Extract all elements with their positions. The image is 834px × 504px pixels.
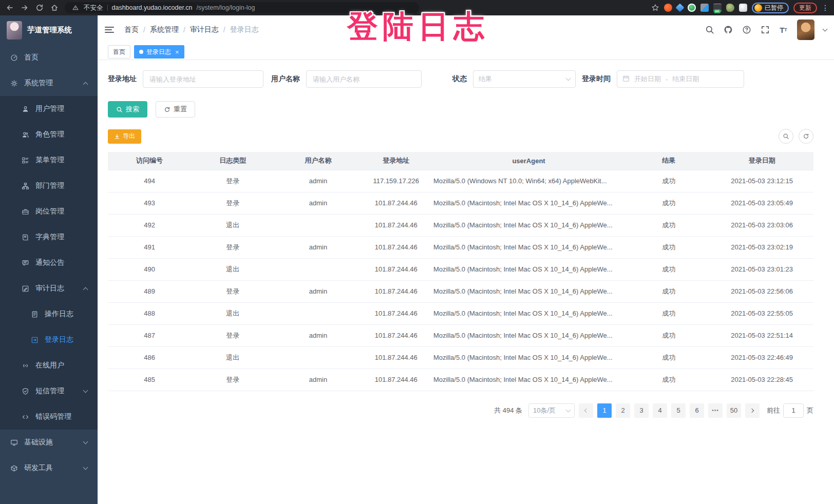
- extension-orange-icon[interactable]: [664, 4, 672, 12]
- fullscreen-icon[interactable]: [760, 25, 770, 35]
- chevron-down-icon[interactable]: [823, 26, 828, 31]
- sidebar-item-研发工具[interactable]: 研发工具: [0, 455, 98, 481]
- tab-登录日志[interactable]: 登录日志×: [134, 45, 184, 59]
- filter-address: 登录地址: [108, 70, 263, 88]
- sidebar-item-角色管理[interactable]: 角色管理: [0, 122, 98, 147]
- font-size-icon[interactable]: TT: [779, 25, 788, 35]
- table-cell: admin: [274, 236, 362, 258]
- page-button-1[interactable]: 1: [597, 403, 612, 418]
- sidebar-item-错误码管理[interactable]: 错误码管理: [0, 404, 98, 430]
- page-button-4[interactable]: 4: [653, 403, 667, 418]
- breadcrumb-item[interactable]: 审计日志: [190, 25, 219, 34]
- status-select[interactable]: 结果: [473, 70, 576, 88]
- sidebar-item-label: 短信管理: [35, 386, 64, 396]
- search-button[interactable]: 搜索: [108, 101, 147, 118]
- extension-leaf-icon[interactable]: [726, 4, 734, 12]
- reload-icon[interactable]: [35, 4, 44, 12]
- sidebar-item-用户管理[interactable]: 用户管理: [0, 96, 98, 122]
- search-icon[interactable]: [705, 25, 714, 35]
- column-header: 日志类型: [191, 152, 274, 170]
- table-row: 486退出101.87.244.46Mozilla/5.0 (Macintosh…: [108, 346, 813, 369]
- search-icon: [116, 106, 123, 113]
- page-button-3[interactable]: 3: [634, 403, 649, 418]
- close-icon[interactable]: ×: [175, 49, 179, 55]
- back-icon[interactable]: [5, 4, 14, 12]
- reset-button[interactable]: 重置: [156, 101, 195, 118]
- chevron-right-icon: [750, 408, 754, 412]
- github-icon[interactable]: [723, 25, 733, 35]
- page-button-2[interactable]: 2: [616, 403, 630, 418]
- sidebar-item-在线用户[interactable]: 在线用户: [0, 353, 98, 378]
- sidebar-item-登录日志[interactable]: 登录日志: [0, 327, 98, 353]
- column-header: 登录日期: [710, 152, 813, 170]
- help-icon[interactable]: [742, 25, 751, 35]
- sidebar-item-系统管理[interactable]: 系统管理: [0, 70, 98, 96]
- hamburger-icon[interactable]: [105, 27, 114, 33]
- content: 登录地址 用户名称 状态 结果 登: [98, 60, 834, 504]
- username-input[interactable]: [306, 70, 422, 88]
- address-input[interactable]: [143, 70, 263, 88]
- tab-首页[interactable]: 首页: [108, 45, 130, 59]
- page-button-5[interactable]: 5: [671, 403, 686, 418]
- refresh-table-button[interactable]: [799, 129, 813, 144]
- sidebar-item-岗位管理[interactable]: 岗位管理: [0, 199, 98, 224]
- table-cell: 登录: [191, 236, 274, 258]
- update-button[interactable]: 更新: [793, 3, 817, 13]
- chevron-up-icon: [83, 287, 88, 293]
- sidebar-item-label: 研发工具: [24, 463, 53, 473]
- sidebar-item-操作日志[interactable]: 操作日志: [0, 301, 98, 327]
- breadcrumb-item[interactable]: 首页: [124, 25, 139, 34]
- sidebar-logo[interactable]: 芋道管理系统: [0, 15, 98, 45]
- table-cell: 2021-05-03 23:03:06: [710, 214, 813, 236]
- user-avatar[interactable]: [797, 20, 814, 40]
- home-icon[interactable]: [50, 4, 59, 12]
- page-size-select[interactable]: 10条/页: [528, 403, 575, 418]
- briefcase-icon: [22, 208, 29, 216]
- dashboard-icon: [10, 54, 18, 62]
- next-page-button[interactable]: [745, 403, 760, 418]
- sidebar-item-字典管理[interactable]: 字典管理: [0, 224, 98, 250]
- sidebar-item-菜单管理[interactable]: 菜单管理: [0, 147, 98, 173]
- extension-on-badge: on: [714, 9, 721, 13]
- page-button-50[interactable]: 50: [727, 403, 741, 418]
- prev-page-button[interactable]: [579, 403, 593, 418]
- bookmark-star-icon[interactable]: [651, 4, 659, 12]
- chevron-down-icon: [83, 388, 88, 393]
- pagination: 共 494 条 10条/页 123456•••50 前往 页: [108, 403, 813, 418]
- sidebar-item-label: 角色管理: [35, 130, 64, 139]
- browser-menu-icon[interactable]: ⋮: [822, 4, 829, 11]
- table-cell: [274, 346, 362, 369]
- table-cell: 2021-05-03 23:05:49: [710, 192, 813, 214]
- page-button-6[interactable]: 6: [690, 403, 704, 418]
- extension-green-icon[interactable]: [688, 4, 696, 12]
- extension-puzzle-icon[interactable]: [739, 4, 747, 12]
- table-cell: 101.87.244.46: [362, 214, 430, 236]
- chevron-down-icon: [83, 465, 88, 470]
- extension-list-icon[interactable]: on: [713, 4, 722, 12]
- date-range-picker[interactable]: 开始日期 - 结束日期: [617, 70, 744, 88]
- sidebar-item-审计日志[interactable]: 审计日志: [0, 276, 98, 301]
- breadcrumb-item[interactable]: 系统管理: [150, 25, 179, 34]
- sidebar-item-短信管理[interactable]: 短信管理: [0, 378, 98, 404]
- goto-page-input[interactable]: [783, 403, 804, 418]
- warning-icon[interactable]: [71, 4, 80, 12]
- toggle-search-button[interactable]: [779, 129, 793, 144]
- pagination-ellipsis[interactable]: •••: [708, 403, 723, 418]
- extension-gem-icon[interactable]: [676, 4, 685, 12]
- extension-stack-icon[interactable]: [700, 4, 709, 12]
- sidebar-item-部门管理[interactable]: 部门管理: [0, 173, 98, 199]
- sidebar-item-label: 操作日志: [45, 309, 73, 319]
- export-button[interactable]: 导出: [108, 129, 141, 144]
- refresh-icon: [803, 133, 809, 140]
- sidebar-item-首页[interactable]: 首页: [0, 45, 98, 70]
- table-row: 492退出101.87.244.46Mozilla/5.0 (Macintosh…: [108, 214, 813, 236]
- address-label: 登录地址: [108, 74, 137, 84]
- sidebar-item-基础设施[interactable]: 基础设施: [0, 430, 98, 455]
- profile-paused-badge[interactable]: 已暂停: [752, 3, 789, 13]
- table-cell: 退出: [191, 346, 274, 369]
- table-cell: Mozilla/5.0 (Macintosh; Intel Mac OS X 1…: [430, 324, 627, 346]
- table-cell: Mozilla/5.0 (Macintosh; Intel Mac OS X 1…: [430, 369, 627, 391]
- sidebar-item-通知公告[interactable]: 通知公告: [0, 250, 98, 276]
- forward-icon[interactable]: [20, 4, 29, 12]
- table-row: 493登录admin101.87.244.46Mozilla/5.0 (Maci…: [108, 192, 813, 214]
